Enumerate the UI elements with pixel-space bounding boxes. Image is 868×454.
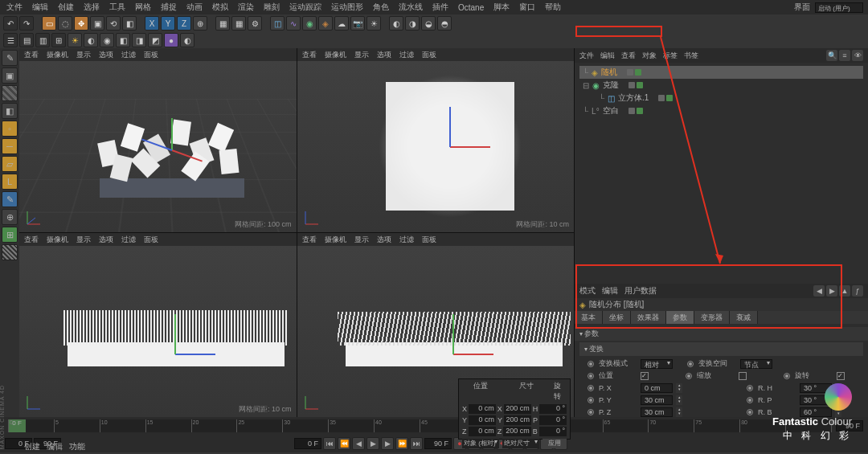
spinner-icon[interactable] [676, 395, 682, 405]
objtab-book[interactable]: 书签 [684, 51, 698, 61]
filter-c[interactable]: ▥ [35, 33, 50, 47]
menu-track[interactable]: 运动跟踪 [289, 2, 321, 13]
render-picture-button[interactable]: ▦ [231, 16, 246, 31]
attr-menu-mode[interactable]: 模式 [579, 285, 596, 297]
objtab-view[interactable]: 查看 [621, 51, 636, 61]
menu-octane[interactable]: Octane [458, 3, 484, 12]
size-z-field[interactable]: 200 cm [503, 427, 530, 436]
vp-menu-panel[interactable]: 面板 [144, 50, 158, 60]
menu-anim[interactable]: 动画 [186, 2, 203, 13]
filter-icon[interactable]: ≡ [839, 50, 850, 61]
scale-checkbox[interactable] [739, 372, 747, 380]
mattab-create[interactable]: 创建 [24, 441, 40, 452]
prim-spline[interactable]: ∿ [286, 16, 301, 31]
menu-mograph[interactable]: 运动图形 [331, 2, 363, 13]
tab-effector[interactable]: 效果器 [631, 311, 666, 324]
misc-b[interactable]: ◨ [132, 33, 146, 47]
select-tool[interactable]: ▭ [42, 16, 56, 31]
make-editable[interactable]: ✎ [2, 50, 18, 66]
mattab-func[interactable]: 功能 [69, 441, 85, 452]
y-lock[interactable]: Y [161, 16, 175, 31]
group-transform[interactable]: 变换 [579, 342, 863, 356]
search-icon[interactable]: 🔍 [826, 50, 837, 61]
prev-frame-button[interactable]: ◀ [352, 437, 365, 450]
menu-snap[interactable]: 捕捉 [161, 2, 177, 13]
menu-window[interactable]: 窗口 [519, 2, 535, 13]
vp-menu-filt[interactable]: 过滤 [121, 50, 136, 60]
tree-row-random[interactable]: └ ◈ 随机 [579, 66, 863, 79]
model-mode[interactable]: ▣ [2, 67, 18, 84]
menu-render[interactable]: 渲染 [238, 2, 254, 13]
pos-y-field[interactable]: 0 cm [469, 415, 496, 425]
menu-tools[interactable]: 工具 [109, 2, 125, 13]
rot-b-field[interactable]: 0 ° [539, 427, 567, 436]
tab-basic[interactable]: 基本 [575, 311, 603, 324]
tab-params[interactable]: 参数 [666, 311, 694, 324]
menu-pipe[interactable]: 流水线 [399, 2, 423, 13]
render-view-button[interactable]: ▦ [215, 16, 230, 31]
undo-button[interactable]: ↶ [3, 16, 18, 31]
rotate-tool[interactable]: ⟲ [106, 16, 121, 31]
vp-canvas-right[interactable]: 网格间距: 10 cm [19, 246, 297, 417]
frame-end2[interactable]: 90 F [424, 438, 452, 449]
timeline-ruler[interactable]: 0 F 051015202530354045505560657075808590 [8, 419, 831, 432]
menu-script[interactable]: 脚本 [493, 2, 510, 13]
workplane-a[interactable]: ☀ [68, 33, 82, 47]
pos-x-field[interactable]: 0 cm [469, 404, 496, 414]
tweak-mode[interactable]: ✎ [2, 191, 18, 207]
object-tree[interactable]: └ ◈ 随机 ⊟ ◉ 克隆 └ ◫ 立方体.1 └ L° 空白 [575, 63, 868, 284]
edge-mode[interactable]: ─ [2, 138, 18, 154]
vp-menu-disp[interactable]: 显示 [76, 50, 91, 60]
mattab-edit[interactable]: 编辑 [47, 441, 63, 452]
next-key-button[interactable]: ⏩ [395, 437, 408, 450]
rot-h-field[interactable]: 0 ° [539, 404, 567, 414]
octane-d[interactable]: ◓ [437, 16, 452, 31]
transform-mode-dropdown[interactable]: 相对 [641, 359, 673, 369]
objtab-edit[interactable]: 编辑 [600, 51, 615, 61]
octane-c[interactable]: ◒ [421, 16, 436, 31]
point-mode[interactable]: ◦ [2, 121, 18, 137]
frame-cur[interactable]: 0 F [294, 438, 321, 449]
coord-obj-dropdown[interactable]: 对象 (相对) [462, 439, 499, 448]
prim-generator[interactable]: ◉ [302, 16, 317, 31]
layout-dropdown[interactable]: 启动 (用户) [815, 2, 863, 13]
attr-menu-user[interactable]: 用户数据 [624, 285, 657, 297]
menu-sim[interactable]: 模拟 [212, 2, 228, 13]
menu-sculpt[interactable]: 雕刻 [264, 2, 280, 13]
size-x-field[interactable]: 200 cm [504, 404, 531, 414]
spinner-icon[interactable] [676, 383, 682, 393]
spinner-icon[interactable] [835, 407, 841, 417]
nav-fwd-icon[interactable]: ▶ [826, 285, 837, 297]
snap-c[interactable] [2, 244, 18, 260]
misc-e[interactable]: ◐ [180, 33, 194, 47]
tab-coord[interactable]: 坐标 [603, 311, 631, 324]
tab-deform[interactable]: 变形器 [694, 311, 730, 324]
rb-field[interactable]: 60 ° [800, 407, 832, 417]
misc-a[interactable]: ◧ [116, 33, 130, 47]
rot-checkbox[interactable] [837, 372, 845, 380]
rp-field[interactable]: 30 ° [800, 395, 832, 405]
live-select-tool[interactable]: ◌ [58, 16, 72, 31]
vp-menu-cam[interactable]: 摄像机 [47, 50, 68, 60]
misc-d[interactable]: ● [164, 33, 178, 47]
misc-c[interactable]: ◩ [148, 33, 162, 47]
px-field[interactable]: 0 cm [641, 383, 673, 393]
menu-file[interactable]: 文件 [6, 2, 23, 13]
menu-mesh[interactable]: 网格 [135, 2, 151, 13]
menu-create[interactable]: 创建 [58, 2, 74, 13]
nav-func-icon[interactable]: ƒ [852, 285, 863, 297]
menu-char[interactable]: 角色 [373, 2, 389, 13]
goto-start-button[interactable]: ⏮ [323, 437, 336, 450]
vp-canvas-perspective[interactable]: 网格间距: 100 cm [19, 61, 297, 232]
tab-falloff[interactable]: 衰减 [730, 311, 758, 324]
snap-a[interactable]: ⊕ [2, 209, 18, 225]
workplane-c[interactable]: ◉ [100, 33, 114, 47]
redo-button[interactable]: ↷ [19, 16, 34, 31]
menu-edit[interactable]: 编辑 [32, 2, 48, 13]
py-field[interactable]: 30 cm [641, 395, 673, 405]
tree-row-cube[interactable]: └ ◫ 立方体.1 [579, 92, 863, 104]
goto-end-button[interactable]: ⏭ [410, 437, 423, 450]
objtab-file[interactable]: 文件 [579, 51, 594, 61]
pos-checkbox[interactable] [641, 372, 649, 380]
octane-a[interactable]: ◐ [389, 16, 403, 31]
